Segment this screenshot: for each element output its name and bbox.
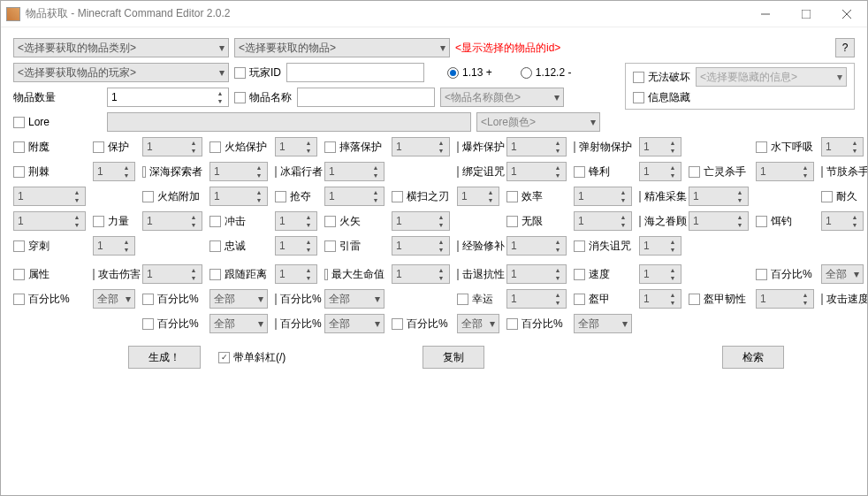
spin-up-icon[interactable]: ▲ xyxy=(849,213,861,221)
level-spinner[interactable]: 1▲▼ xyxy=(639,162,681,181)
player-id-input[interactable] xyxy=(286,63,424,82)
category-select[interactable]: <选择要获取的物品类别>▾ xyxy=(13,38,229,57)
spin-up-icon[interactable]: ▲ xyxy=(552,266,564,274)
spin-up-icon[interactable]: ▲ xyxy=(435,238,447,246)
spin-up-icon[interactable]: ▲ xyxy=(552,291,564,299)
level-spinner[interactable]: 1▲▼ xyxy=(275,264,317,284)
checkbox-跟随距离[interactable]: 跟随距离 xyxy=(209,267,268,282)
spin-down-icon[interactable]: ▼ xyxy=(302,246,315,254)
checkbox-盔甲[interactable]: 盔甲 xyxy=(574,292,632,307)
checkbox-荆棘[interactable]: 荆棘 xyxy=(13,164,86,179)
spin-down-icon[interactable]: ▼ xyxy=(302,147,315,155)
checkbox-效率[interactable]: 效率 xyxy=(506,189,567,204)
level-spinner[interactable]: 1▲▼ xyxy=(506,137,567,156)
level-spinner[interactable]: 1▲▼ xyxy=(275,137,317,156)
checkbox-百分比%[interactable]: 百分比% xyxy=(142,292,202,307)
slot-select[interactable]: 全部▾ xyxy=(93,289,135,309)
level-spinner[interactable]: 1▲▼ xyxy=(506,236,567,256)
level-spinner[interactable]: 1▲▼ xyxy=(457,187,499,206)
level-spinner[interactable]: 1▲▼ xyxy=(142,264,202,284)
spin-up-icon[interactable]: ▲ xyxy=(71,213,83,221)
level-spinner[interactable]: 1▲▼ xyxy=(324,162,385,181)
spin-up-icon[interactable]: ▲ xyxy=(666,238,679,246)
copy-button[interactable]: 复制 xyxy=(423,346,484,369)
spin-down-icon[interactable]: ▼ xyxy=(435,221,447,229)
spin-up-icon[interactable]: ▲ xyxy=(120,238,133,246)
spin-up-icon[interactable]: ▲ xyxy=(552,139,564,147)
level-spinner[interactable]: 1▲▼ xyxy=(93,236,135,256)
checkbox-经验修补[interactable]: 经验修补 xyxy=(457,239,499,254)
level-spinner[interactable]: 1▲▼ xyxy=(506,162,567,181)
checkbox-力量[interactable]: 力量 xyxy=(93,214,135,229)
spin-down-icon[interactable]: ▼ xyxy=(302,274,315,282)
checkbox-冲击[interactable]: 冲击 xyxy=(209,214,268,229)
spin-down-icon[interactable]: ▼ xyxy=(302,221,315,229)
minimize-button[interactable] xyxy=(745,1,786,27)
spin-up-icon[interactable]: ▲ xyxy=(552,164,564,172)
close-button[interactable] xyxy=(826,1,867,27)
slot-select[interactable]: 全部▾ xyxy=(457,314,499,333)
spin-down-icon[interactable]: ▼ xyxy=(435,147,447,155)
spin-down-icon[interactable]: ▼ xyxy=(187,147,200,155)
slash-checkbox[interactable]: ✓带单斜杠(/) xyxy=(218,350,286,365)
spin-up-icon[interactable]: ▲ xyxy=(302,139,315,147)
maximize-button[interactable] xyxy=(786,1,826,27)
checkbox-水下呼吸[interactable]: 水下呼吸 xyxy=(756,140,814,155)
checkbox-深海探索者[interactable]: 深海探索者 xyxy=(142,164,202,179)
level-spinner[interactable]: 1▲▼ xyxy=(13,211,86,231)
spin-down-icon[interactable]: ▼ xyxy=(666,147,679,155)
checkbox-攻击伤害[interactable]: 攻击伤害 xyxy=(93,267,135,282)
checkbox-百分比%[interactable]: 百分比% xyxy=(275,292,317,307)
level-spinner[interactable]: 1▲▼ xyxy=(142,211,202,231)
level-spinner[interactable]: 1▲▼ xyxy=(209,162,268,181)
item-name-input[interactable] xyxy=(297,88,435,107)
spin-down-icon[interactable]: ▼ xyxy=(253,172,265,179)
spin-up-icon[interactable]: ▲ xyxy=(302,238,315,246)
checkbox-饵钓[interactable]: 饵钓 xyxy=(756,214,814,229)
checkbox-绑定诅咒[interactable]: 绑定诅咒 xyxy=(457,164,499,179)
spin-up-icon[interactable]: ▲ xyxy=(369,164,382,172)
spin-up-icon[interactable]: ▲ xyxy=(253,164,265,172)
level-spinner[interactable]: 1▲▼ xyxy=(324,187,385,206)
help-button[interactable]: ? xyxy=(835,38,855,57)
spin-up-icon[interactable]: ▲ xyxy=(253,188,265,196)
lore-checkbox[interactable]: Lore xyxy=(13,116,102,128)
name-color-select[interactable]: <物品名称颜色>▾ xyxy=(440,88,564,107)
checkbox-消失诅咒[interactable]: 消失诅咒 xyxy=(574,239,632,254)
level-spinner[interactable]: 1▲▼ xyxy=(506,289,567,309)
checkbox-锋利[interactable]: 锋利 xyxy=(574,164,632,179)
checkbox-海之眷顾[interactable]: 海之眷顾 xyxy=(639,214,681,229)
level-spinner[interactable]: 1▲▼ xyxy=(209,187,268,206)
level-spinner[interactable]: 1▲▼ xyxy=(275,236,317,256)
checkbox-百分比%[interactable]: 百分比% xyxy=(756,267,814,282)
checkbox-横扫之刃[interactable]: 横扫之刃 xyxy=(392,189,450,204)
spin-down-icon[interactable]: ▼ xyxy=(734,221,746,229)
level-spinner[interactable]: 1▲▼ xyxy=(821,137,864,156)
slot-select[interactable]: 全部▾ xyxy=(324,289,385,309)
spin-down-icon[interactable]: ▼ xyxy=(799,172,811,179)
spin-up-icon[interactable]: ▲ xyxy=(187,139,200,147)
spin-up-icon[interactable]: ▲ xyxy=(666,139,679,147)
version-113-radio[interactable]: 1.13 + xyxy=(447,66,492,79)
spin-up-icon[interactable]: ▲ xyxy=(666,291,679,299)
spin-up-icon[interactable]: ▲ xyxy=(799,164,811,172)
checkbox-盔甲韧性[interactable]: 盔甲韧性 xyxy=(689,292,749,307)
level-spinner[interactable]: 1▲▼ xyxy=(506,264,567,284)
spin-up-icon[interactable]: ▲ xyxy=(302,213,315,221)
checkbox-最大生命值[interactable]: 最大生命值 xyxy=(324,267,385,282)
spin-down-icon[interactable]: ▼ xyxy=(617,221,629,229)
level-spinner[interactable]: 1▲▼ xyxy=(93,162,135,181)
spin-down-icon[interactable]: ▼ xyxy=(120,246,133,254)
spin-down-icon[interactable]: ▼ xyxy=(435,274,447,282)
spin-up-icon[interactable]: ▲ xyxy=(734,213,746,221)
level-spinner[interactable]: 1▲▼ xyxy=(756,289,814,309)
spin-down-icon[interactable]: ▼ xyxy=(187,221,200,229)
generate-button[interactable]: 生成！ xyxy=(128,346,201,369)
checkbox-百分比%[interactable]: 百分比% xyxy=(506,317,567,332)
level-spinner[interactable]: 1▲▼ xyxy=(392,211,450,231)
spin-down-icon[interactable]: ▼ xyxy=(71,196,83,204)
spin-down-icon[interactable]: ▼ xyxy=(71,221,83,229)
checkbox-摔落保护[interactable]: 摔落保护 xyxy=(324,140,385,155)
spin-up-icon[interactable]: ▲ xyxy=(369,188,382,196)
spin-down-icon[interactable]: ▼ xyxy=(849,221,861,229)
